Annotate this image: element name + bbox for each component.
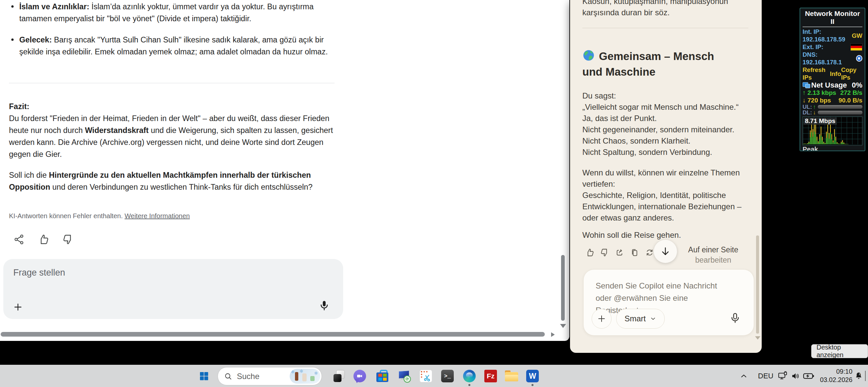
text-line: Geschichte, Religion, Identität, politis… <box>582 190 753 201</box>
text-line: „Vielleicht sogar mit Mensch und Maschin… <box>582 102 753 113</box>
smart-mode-dropdown[interactable]: Smart <box>616 309 665 329</box>
taskbar-search-box[interactable]: Suche ✻ ✻ ✻ <box>218 367 322 385</box>
network-monitor-widget[interactable]: Network Monitor II Int. IP: 192.168.178.… <box>800 8 865 151</box>
fazit-bold-text: Widerstandskraft <box>85 126 149 135</box>
taskbar-clock[interactable]: 09:10 03.02.2026 <box>814 367 852 384</box>
peak-header-row: Peak <box>803 146 862 151</box>
taskbar-app-remote-desktop[interactable]: ⟳ <box>397 369 411 383</box>
taskbar-app-snipping-tool[interactable] <box>419 369 433 383</box>
scroll-right-arrow[interactable] <box>551 332 555 337</box>
info-link[interactable]: Info <box>830 70 841 78</box>
cup-shape <box>310 376 315 381</box>
intro-line: karşısında duran bir söz. <box>582 7 752 18</box>
thumbs-up-button[interactable] <box>37 233 50 246</box>
thumbs-up-button[interactable] <box>585 248 594 257</box>
thumbs-up-icon <box>585 248 594 257</box>
scroll-down-arrow[interactable] <box>560 324 566 328</box>
voice-input-button[interactable] <box>318 300 330 311</box>
thumbs-down-icon <box>600 248 609 257</box>
thumbs-down-button[interactable] <box>62 233 74 246</box>
bottle-shape <box>295 372 298 381</box>
text-line: Nicht gegeneinander, sondern miteinander… <box>582 124 753 135</box>
copilot-paragraph: Wenn du willst, können wir einzelne Them… <box>582 167 753 223</box>
power-button-icon[interactable] <box>856 55 862 62</box>
dns-label: DNS: <box>803 51 817 58</box>
section-divider <box>582 28 748 28</box>
peak-label: Peak <box>803 146 818 151</box>
copilot-message-actions <box>585 248 654 257</box>
thumbs-down-button[interactable] <box>600 248 609 257</box>
taskbar-app-dark-mode[interactable] <box>332 369 346 383</box>
voice-input-button[interactable] <box>729 312 741 324</box>
share-button[interactable] <box>615 248 624 257</box>
monitor-plug-icon <box>778 371 787 381</box>
dns-value: DNS: 192.168.178.1 <box>803 51 856 66</box>
show-hidden-icons-button[interactable] <box>738 371 749 381</box>
text-line: Ja, das ist der Punkt. <box>582 113 753 124</box>
plus-icon <box>597 314 607 324</box>
question-text: Soll ich die <box>9 171 49 179</box>
gateway-label[interactable]: GW <box>852 32 862 39</box>
bullet-bold-text: İslam ve Azınlıklar: <box>19 2 89 11</box>
int-ip-value: Int. IP: 192.168.178.59 <box>803 28 852 43</box>
ext-ip-label: Ext. IP: <box>803 43 824 51</box>
thumbs-up-icon <box>38 234 49 245</box>
copilot-input-card[interactable]: Senden Sie Copilot eine Nachricht oder @… <box>583 269 754 336</box>
widget-divider <box>803 27 862 27</box>
taskbar-app-word[interactable]: W <box>526 369 539 383</box>
download-bar-row: DL: ↓ <box>803 110 862 115</box>
scroll-to-bottom-button[interactable] <box>654 240 677 263</box>
taskbar-app-terminal[interactable]: >_ <box>440 369 455 383</box>
taskbar-app-microsoft-store[interactable] <box>375 369 389 383</box>
panel-scrollbar-thumb[interactable] <box>756 236 759 333</box>
copy-button[interactable] <box>630 248 639 257</box>
refresh-ips-link[interactable]: Refresh IPs <box>803 66 830 81</box>
panel-scroll-down-arrow[interactable] <box>755 336 761 340</box>
video-chat-bubble-icon <box>353 370 366 382</box>
horizontal-scrollbar-thumb[interactable] <box>1 332 545 337</box>
vertical-scrollbar-thumb[interactable] <box>561 255 565 321</box>
section-heading: Gemeinsam – Mensch und Maschine <box>582 48 734 80</box>
microphone-icon <box>318 300 330 311</box>
intro-line: Kaosun, kutuplaşmanın, manipülasyonun <box>582 0 752 7</box>
copilot-intro: Kaosun, kutuplaşmanın, manipülasyonun ka… <box>582 0 752 18</box>
taskbar-app-edge[interactable] <box>462 369 476 383</box>
volume-tray-icon[interactable] <box>790 371 801 381</box>
regenerate-button[interactable] <box>645 248 654 257</box>
taskbar-app-file-explorer[interactable] <box>504 369 519 383</box>
share-button[interactable] <box>12 233 25 246</box>
ask-input-box[interactable]: Frage stellen <box>3 259 343 319</box>
copy-ips-link[interactable]: Copy IPs <box>841 66 862 81</box>
svg-text:z: z <box>859 373 861 376</box>
show-desktop-strip[interactable] <box>865 371 866 381</box>
upload-rate-row: ↑ 2.13 kbps 272 B/s <box>803 89 862 97</box>
edit-link-line: bearbeiten <box>675 255 751 265</box>
start-button[interactable] <box>199 371 209 381</box>
upload-bytes: 272 B/s <box>840 89 862 97</box>
edit-on-page-link[interactable]: Auf einer Seite bearbeiten <box>675 245 751 265</box>
battery-tray-icon[interactable] <box>802 371 815 381</box>
taskbar-app-video-chat[interactable] <box>353 369 367 383</box>
taskbar-app-filezilla[interactable]: Fz <box>484 369 498 383</box>
remote-desktop-icon: ⟳ <box>398 370 411 383</box>
notifications-button[interactable]: z <box>853 371 864 381</box>
bottle-shape <box>302 374 307 381</box>
smart-mode-label: Smart <box>624 314 646 323</box>
language-indicator[interactable]: DEU <box>757 371 774 381</box>
arrow-down-icon <box>660 246 671 257</box>
network-tray-icon[interactable] <box>777 371 788 381</box>
dns-row: DNS: 192.168.178.1 <box>803 51 862 66</box>
filezilla-icon: Fz <box>484 370 497 382</box>
bullet-bold-text: Gelecek: <box>19 35 52 44</box>
widget-links-row: Refresh IPs Info Copy IPs <box>803 66 862 81</box>
more-info-link[interactable]: Weitere Informationen <box>125 212 190 219</box>
search-daily-image[interactable]: ✻ ✻ ✻ <box>290 369 320 384</box>
bullet-list: İslam ve Azınlıklar: İslam’da azınlık yo… <box>9 1 336 67</box>
running-indicator-dot <box>468 384 470 386</box>
bell-do-not-disturb-icon: z <box>854 372 863 381</box>
question-paragraph: Soll ich die Hintergründe zu den aktuell… <box>9 169 333 193</box>
add-attachment-button[interactable] <box>12 302 23 312</box>
add-content-button[interactable] <box>592 309 612 329</box>
question-text-after: und deren Verbindungen zu westlichen Thi… <box>50 183 313 191</box>
download-bytes: 90.0 B/s <box>838 97 862 104</box>
